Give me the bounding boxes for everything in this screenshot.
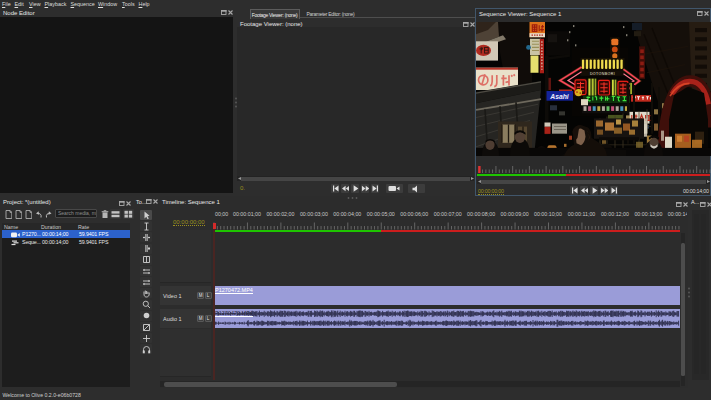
svg-text:00:00:06;00: 00:00:06;00 [400,211,428,217]
svg-text:00:00:12;00: 00:00:12;00 [601,211,629,217]
svg-text:00:00:08;00: 00:00:08;00 [467,211,495,217]
svg-text:00:00:14;00: 00:00:14;00 [668,211,687,217]
svg-text:00:00:09;00: 00:00:09;00 [501,211,529,217]
svg-text:00:00:07;00: 00:00:07;00 [434,211,462,217]
svg-text:00:00:10;00: 00:00:10;00 [534,211,562,217]
svg-text:00:00:13;00: 00:00:13;00 [634,211,662,217]
svg-text:00:00:05;00: 00:00:05;00 [367,211,395,217]
svg-text:00:00:11;00: 00:00:11;00 [568,211,596,217]
svg-text:00:00:04;00: 00:00:04;00 [333,211,361,217]
svg-text:Asahi: Asahi [549,93,570,100]
svg-text:00;00: 00;00 [215,211,228,217]
svg-text:DOTONBORI: DOTONBORI [590,72,615,76]
svg-text:00:00:02;00: 00:00:02;00 [266,211,294,217]
svg-text:00:00:01;00: 00:00:01;00 [233,211,261,217]
svg-text:00:00:03;00: 00:00:03;00 [300,211,328,217]
